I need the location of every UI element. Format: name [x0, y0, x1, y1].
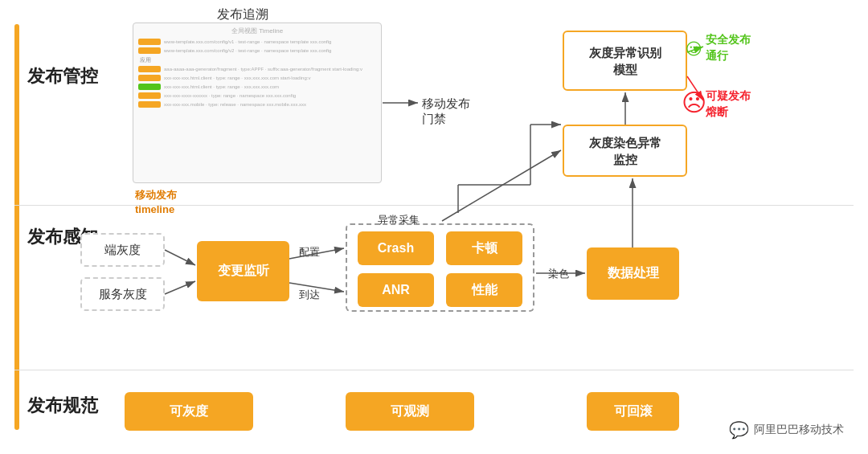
gray-model-box: 灰度异常识别模型	[563, 31, 687, 91]
divider-2	[14, 370, 854, 370]
timeline-rows: 全局视图 Timeline www-template.xxx.com/confi…	[133, 23, 381, 113]
anr-box: ANR	[358, 273, 434, 307]
tl-row: aaa-aaaa-aaa-generator/fragment · type:A…	[138, 66, 376, 72]
duan-gray-box: 端灰度	[80, 233, 165, 267]
section-control-label: 发布管控	[27, 64, 98, 88]
tl-row: xxx-xxx-xxx.mobile · type: release · nam…	[138, 101, 376, 108]
tl-row: xxx-xxx-xxx.html.client · type: range · …	[138, 84, 376, 90]
ranse-label: 染色	[548, 267, 569, 281]
trace-label: 发布追溯	[217, 6, 268, 23]
wechat-icon: 💬	[729, 420, 749, 440]
config-label: 配置	[299, 245, 320, 260]
tl-row: www-template.xxx.com/config/v1 · test-ra…	[138, 39, 376, 45]
timeline-box: 全局视图 Timeline www-template.xxx.com/confi…	[133, 22, 382, 183]
mobile-gate-label: 移动发布门禁	[422, 96, 470, 127]
unsafe-publish-label: 可疑发布熔断	[706, 88, 751, 120]
kadun-box: 卡顿	[446, 231, 522, 265]
svg-line-4	[165, 250, 195, 265]
branding-area: 💬 阿里巴巴移动技术	[729, 420, 844, 440]
svg-line-5	[165, 281, 195, 294]
arrive-label: 到达	[299, 288, 320, 302]
mobile-timeline-label: 移动发布timeline	[135, 188, 177, 217]
change-listen-box: 变更监听	[197, 241, 289, 301]
tl-row: xxx-xxx-xxxx-xxxxxx · type: range · name…	[138, 92, 376, 99]
rollback-box: 可回滚	[587, 392, 679, 431]
timeline-header: 全局视图 Timeline	[138, 27, 376, 35]
safe-publish-label: 安全发布通行	[706, 32, 751, 63]
service-gray-box: 服务灰度	[80, 277, 165, 311]
branding-text: 阿里巴巴移动技术	[754, 423, 844, 437]
gray-monitor-box: 灰度染色异常监控	[563, 125, 687, 177]
tl-row: www-template.xxx.com/config/v2 · test-ra…	[138, 47, 376, 54]
svg-line-13	[442, 150, 561, 221]
kegray-box: 可灰度	[125, 392, 253, 431]
sad-icon: ☹	[682, 88, 706, 117]
crash-box: Crash	[358, 231, 434, 265]
observable-box: 可观测	[346, 392, 474, 431]
tl-row: xxx-xxx-xxx.html.client · type: range · …	[138, 75, 376, 81]
perf-box: 性能	[446, 273, 522, 307]
happy-icon: ☺	[682, 34, 706, 61]
section-norm-label: 发布规范	[27, 394, 98, 418]
data-proc-box: 数据处理	[587, 247, 679, 300]
